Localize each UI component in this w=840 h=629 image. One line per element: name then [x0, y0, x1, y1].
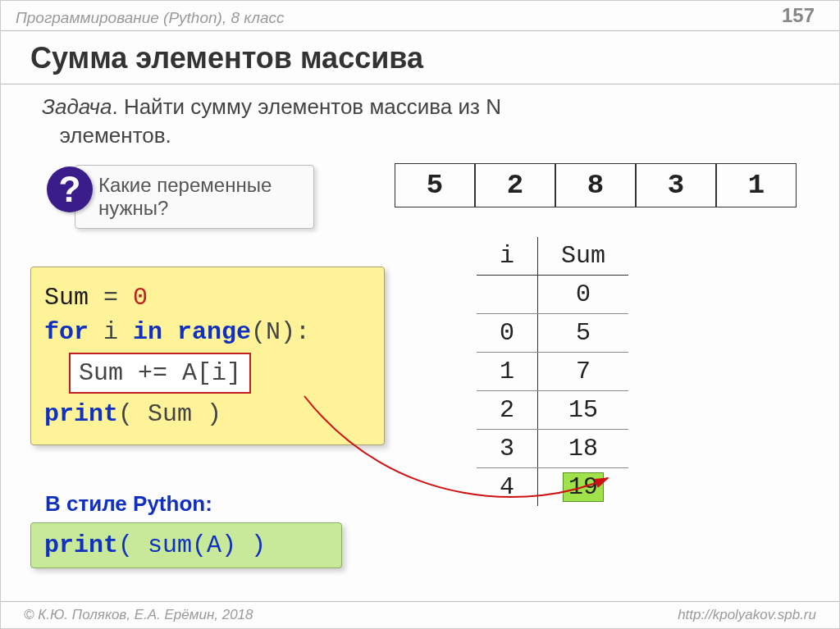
footer-url: http://kpolyakov.spb.ru [678, 607, 816, 623]
code-token: i [89, 318, 133, 346]
array-row: 5 2 8 3 1 [395, 163, 797, 207]
trace-cell: 15 [538, 391, 629, 430]
python-style-label: В стиле Python: [45, 491, 212, 517]
trace-cell: 18 [538, 430, 629, 468]
trace-table: i Sum 0 05 17 215 318 419 [477, 237, 628, 506]
trace-cell: 19 [538, 468, 629, 507]
code-block-pythonic: print( sum(A) ) [30, 522, 342, 568]
code-token: Sum [44, 284, 89, 312]
array-cell: 5 [395, 163, 475, 207]
question-text: Какие переменные нужны? [75, 165, 314, 229]
trace-row: 215 [477, 391, 628, 430]
footer-copyright: © К.Ю. Поляков, Е.А. Ерёмин, 2018 [24, 607, 253, 623]
code-line: Sum = 0 [44, 280, 371, 315]
course-label: Программирование (Python), 8 класс [16, 9, 285, 27]
slide-page: Программирование (Python), 8 класс 157 С… [0, 0, 840, 629]
array-cell: 3 [636, 163, 716, 207]
trace-cell [477, 276, 538, 314]
code-token: (N): [251, 318, 310, 346]
task-label: Задача [42, 94, 112, 119]
trace-cell: 7 [538, 353, 629, 391]
code-line: for i in range(N): [44, 315, 371, 349]
code-token: in [133, 318, 162, 346]
divider [1, 84, 839, 84]
trace-cell: 0 [477, 314, 538, 353]
code-token: print [44, 400, 118, 428]
question-mark-icon: ? [47, 166, 93, 212]
task-text: Задача. Найти сумму элементов массива из… [1, 89, 839, 150]
task-line1: . Найти сумму элементов массива из N [112, 94, 500, 119]
footer-bar: © К.Ю. Поляков, Е.А. Ерёмин, 2018 http:/… [1, 601, 839, 628]
code-block-main: Sum = 0 for i in range(N): Sum += A[i] p… [30, 267, 385, 445]
array-cell: 2 [475, 163, 555, 207]
array-cell: 8 [555, 163, 636, 207]
trace-cell: 1 [477, 353, 538, 391]
trace-row: 0 [477, 276, 628, 314]
trace-head-i: i [477, 237, 538, 276]
code-token: print [44, 531, 118, 559]
task-line2: элементов. [60, 123, 171, 148]
code-token: range [162, 318, 251, 346]
page-number: 157 [782, 4, 815, 27]
question-callout: ? Какие переменные нужны? [47, 165, 314, 229]
header-bar: Программирование (Python), 8 класс 157 [1, 1, 839, 30]
trace-cell: 4 [477, 468, 538, 507]
trace-row: 17 [477, 353, 628, 391]
trace-row: 419 [477, 468, 628, 507]
code-token: 0 [133, 284, 148, 312]
trace-cell: 0 [538, 276, 629, 314]
code-token: = [89, 284, 133, 312]
array-cell: 1 [716, 163, 797, 207]
code-token: ( sum(A) ) [118, 531, 266, 559]
trace-row: 05 [477, 314, 628, 353]
trace-cell: 5 [538, 314, 629, 353]
trace-cell: 3 [477, 430, 538, 468]
code-token: ( Sum ) [118, 400, 221, 428]
code-highlight-box: Sum += A[i] [69, 353, 251, 394]
trace-head-sum: Sum [538, 237, 629, 276]
divider [1, 30, 839, 31]
code-token: for [44, 318, 89, 346]
slide-title: Сумма элементов массива [1, 36, 839, 80]
trace-result-highlight: 19 [563, 472, 604, 502]
trace-row: 318 [477, 430, 628, 468]
trace-cell: 2 [477, 391, 538, 430]
code-line: print( Sum ) [44, 397, 371, 431]
